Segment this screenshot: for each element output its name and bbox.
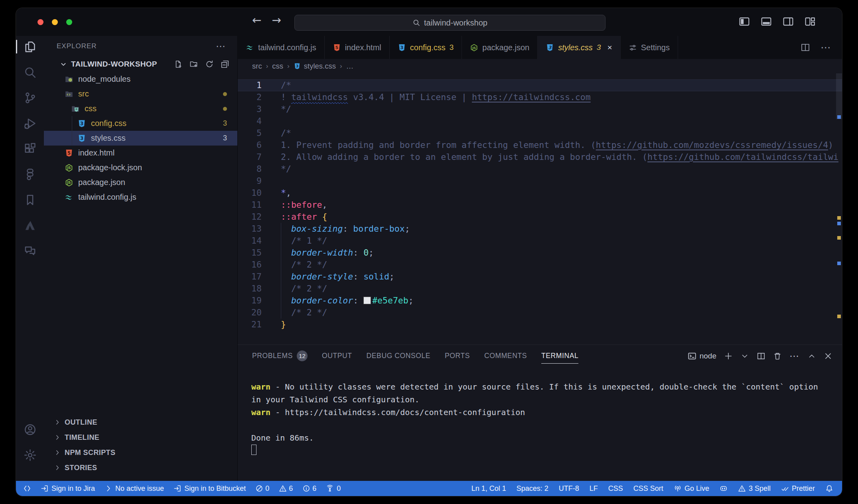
zoom-window-button[interactable] — [66, 19, 72, 25]
activitybar-comments[interactable] — [22, 243, 37, 258]
explorer-more-actions-icon[interactable]: ⋯ — [216, 41, 226, 52]
tree-item-css[interactable]: css — [44, 101, 237, 116]
section-timeline[interactable]: TIMELINE — [44, 430, 237, 445]
panel-tab-output[interactable]: OUTPUT — [322, 345, 352, 367]
chev-down-icon[interactable] — [740, 352, 749, 360]
signin-icon — [174, 484, 181, 492]
tree-item-config.css[interactable]: 3config.css3 — [44, 116, 237, 131]
status-css-sort[interactable]: CSS Sort — [633, 484, 663, 493]
close-window-button[interactable] — [37, 19, 43, 25]
tree-item-tailwind.config.js[interactable]: tailwind.config.js — [44, 190, 237, 205]
status-3-spell[interactable]: 3 Spell — [738, 484, 771, 493]
code-link[interactable]: https://github.com/mozdevs/cssremedy/iss… — [596, 140, 828, 150]
terminal-instance[interactable]: node — [688, 352, 716, 360]
activitybar-extensions[interactable] — [22, 141, 37, 156]
breadcrumb-item[interactable]: src — [252, 62, 262, 71]
plus-icon[interactable] — [724, 352, 733, 360]
code-link[interactable]: https://github.com/tailwindcss/tailwi — [647, 152, 838, 162]
activitybar-accounts[interactable] — [22, 422, 37, 437]
forward-arrow-icon[interactable]: → — [272, 14, 281, 27]
tab-config-css[interactable]: 3config.css3 — [390, 36, 462, 59]
panel-tab-ports[interactable]: PORTS — [445, 345, 470, 367]
close-icon[interactable] — [824, 352, 832, 360]
breadcrumb-item[interactable]: css — [272, 62, 283, 71]
layout-bottom-icon[interactable] — [761, 16, 772, 27]
back-arrow-icon[interactable]: ← — [252, 14, 261, 27]
activitybar-bookmarks[interactable] — [22, 192, 37, 207]
section-npm-scripts[interactable]: NPM SCRIPTS — [44, 445, 237, 460]
file-name: css — [85, 104, 97, 113]
tab-index-html[interactable]: 5index.html — [325, 36, 390, 59]
panel-tab-debug-console[interactable]: DEBUG CONSOLE — [367, 345, 430, 367]
code-link[interactable]: https://tailwindcss.com — [472, 92, 591, 102]
status-utf-8[interactable]: UTF-8 — [559, 484, 579, 493]
ellipsis-icon[interactable]: ⋯ — [789, 350, 800, 362]
layout-left-icon[interactable] — [739, 16, 750, 27]
status-go-live[interactable]: Go Live — [674, 484, 709, 493]
panel-tab-comments[interactable]: COMMENTS — [484, 345, 527, 367]
status-0[interactable]: 0 — [326, 484, 341, 493]
status-spaces-2[interactable]: Spaces: 2 — [517, 484, 548, 493]
svg-text:3: 3 — [296, 64, 298, 68]
editor-actions: ⋯ — [801, 36, 842, 59]
minimize-window-button[interactable] — [52, 19, 58, 25]
status-css[interactable]: CSS — [608, 484, 623, 493]
editor-scrollbar[interactable] — [836, 73, 842, 119]
activitybar-source-control[interactable] — [22, 90, 37, 105]
status-no-active-issue[interactable]: No active issue — [105, 484, 164, 493]
tree-item-package-lock.json[interactable]: JSpackage-lock.json — [44, 160, 237, 175]
collapse-all-icon[interactable] — [221, 60, 229, 69]
editor-tabs: tailwind.config.js5index.html3config.css… — [238, 36, 842, 59]
tab-styles-css[interactable]: 3styles.css3× — [538, 36, 621, 59]
activitybar-explorer[interactable] — [22, 39, 37, 54]
tree-item-src[interactable]: src — [44, 87, 237, 101]
refresh-icon[interactable] — [205, 60, 214, 69]
status-6[interactable]: 6 — [302, 484, 316, 493]
section-outline[interactable]: OUTLINE — [44, 415, 237, 430]
status-copilot[interactable] — [720, 484, 728, 492]
breadcrumb-item[interactable]: 3styles.css — [294, 62, 336, 71]
status-remote[interactable] — [23, 484, 31, 492]
status-6[interactable]: 6 — [279, 484, 293, 493]
close-tab-icon[interactable]: × — [607, 43, 612, 52]
terminal-output[interactable]: warn - No utility classes were detected … — [238, 367, 842, 481]
layout-right-icon[interactable] — [783, 16, 794, 27]
status-sign-in-to-jira[interactable]: Sign in to Jira — [41, 484, 95, 493]
activitybar-atlassian[interactable] — [22, 218, 37, 233]
activitybar-run-debug[interactable] — [22, 116, 37, 131]
status-bar: Sign in to JiraNo active issueSign in to… — [16, 481, 842, 496]
trash-icon[interactable] — [773, 352, 782, 360]
code-token: ::before — [281, 200, 322, 210]
layout-custom-icon[interactable] — [805, 16, 816, 27]
status-0[interactable]: 0 — [255, 484, 269, 493]
new-folder-icon[interactable] — [189, 60, 198, 69]
tree-item-node_modules[interactable]: node_modules — [44, 72, 237, 87]
breadcrumb-item[interactable]: … — [346, 62, 354, 71]
command-center-search[interactable]: tailwind-workshop — [294, 15, 606, 31]
workspace-root-row[interactable]: TAILWIND-WORKSHOP — [44, 57, 237, 72]
tab-tailwind-config-js[interactable]: tailwind.config.js — [238, 36, 325, 59]
panel-tab-problems[interactable]: PROBLEMS12 — [252, 345, 308, 367]
ellipsis-icon[interactable]: ⋯ — [821, 41, 832, 54]
tab-package-json[interactable]: JSpackage.json — [462, 36, 538, 59]
new-file-icon[interactable] — [174, 60, 183, 69]
section-stories[interactable]: STORIES — [44, 460, 237, 475]
tab-settings[interactable]: Settings — [621, 36, 678, 59]
tree-item-package.json[interactable]: JSpackage.json — [44, 175, 237, 190]
activitybar-figma[interactable] — [22, 167, 37, 182]
chev-up-icon[interactable] — [807, 352, 816, 360]
tree-item-styles.css[interactable]: 3styles.css3 — [44, 131, 237, 146]
status-prettier[interactable]: Prettier — [781, 484, 815, 493]
activitybar-search[interactable] — [22, 65, 37, 80]
split-icon[interactable] — [801, 43, 810, 52]
split-icon[interactable] — [757, 352, 765, 360]
code-editor[interactable]: 1/*2! tailwindcss v3.4.4 | MIT License |… — [238, 73, 842, 345]
code-text: 1. Prevent padding and border from affec… — [281, 139, 833, 151]
status-bell[interactable] — [825, 484, 833, 492]
status-ln-1-col-1[interactable]: Ln 1, Col 1 — [471, 484, 506, 493]
status-lf[interactable]: LF — [590, 484, 598, 493]
status-sign-in-to-bitbucket[interactable]: Sign in to Bitbucket — [174, 484, 246, 493]
tree-item-index.html[interactable]: 5index.html — [44, 146, 237, 160]
activitybar-settings[interactable] — [22, 447, 37, 463]
panel-tab-terminal[interactable]: TERMINAL — [541, 345, 578, 367]
